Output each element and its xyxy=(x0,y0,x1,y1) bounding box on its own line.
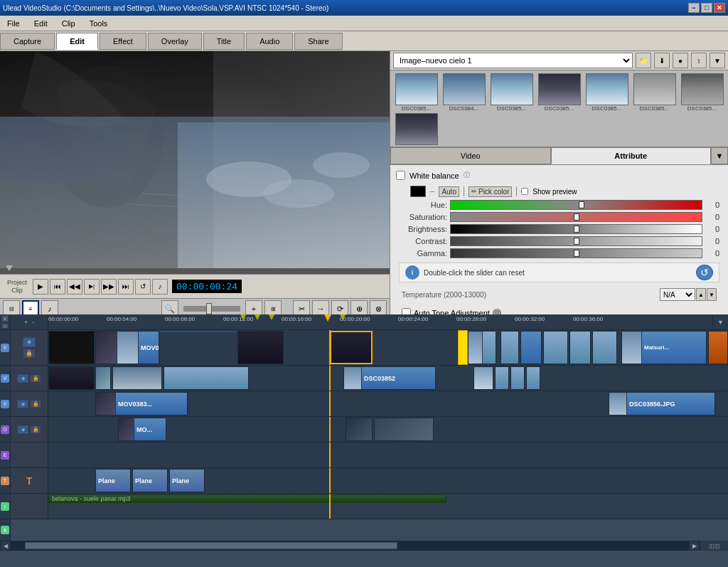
gamma-slider[interactable] xyxy=(450,248,702,258)
stripe-clip-v2[interactable] xyxy=(164,366,249,390)
tab-share[interactable]: Share xyxy=(294,33,342,50)
thumbnail-4[interactable]: DSC0385... xyxy=(584,73,630,112)
thumbnail-7[interactable]: DSC0385... xyxy=(393,113,439,147)
mov0383-clip[interactable]: MOV0383... xyxy=(95,392,188,415)
overlay-clip-3[interactable] xyxy=(374,418,434,441)
go-end-button[interactable]: ⏭ xyxy=(118,279,134,295)
fast-forward-button[interactable]: ▶▶ xyxy=(101,279,117,295)
selected-clip-v1[interactable] xyxy=(330,331,373,364)
title-clip-1[interactable]: Plane xyxy=(95,469,131,492)
dark-clip-v2-0[interactable] xyxy=(48,366,95,390)
go-start-button[interactable]: ⏮ xyxy=(50,279,65,295)
dsc03856-clip[interactable]: DSC03856.JPG xyxy=(609,392,715,415)
video3-mute-btn[interactable]: ◈ xyxy=(17,400,28,408)
contrast-slider[interactable] xyxy=(450,236,702,246)
temperature-dropdown[interactable]: N/A xyxy=(660,288,695,301)
overlay-clip-1[interactable]: MO... xyxy=(118,418,166,441)
tab-video[interactable]: Video xyxy=(390,147,551,164)
tab-edit[interactable]: Edit xyxy=(56,33,98,50)
auto-btn[interactable]: Auto xyxy=(439,186,459,197)
hue-slider[interactable] xyxy=(450,200,702,210)
tab-audio[interactable]: Audio xyxy=(246,33,293,50)
tab-title[interactable]: Title xyxy=(203,33,245,50)
options-expand-btn[interactable]: ▼ xyxy=(711,147,728,164)
thumbnail-6[interactable]: DSC0385... xyxy=(679,73,725,112)
title-clip-3[interactable]: Plane xyxy=(169,469,205,492)
yellow-marker-v1[interactable] xyxy=(458,330,468,365)
tab-capture[interactable]: Capture xyxy=(0,33,55,50)
orange-clip-v1[interactable] xyxy=(708,331,728,364)
reset-button[interactable]: ↺ xyxy=(696,265,713,280)
overlay-lock-btn[interactable]: 🔒 xyxy=(30,425,41,434)
add-track-btn[interactable]: + xyxy=(1,315,9,322)
video3-lock-btn[interactable]: 🔒 xyxy=(30,400,41,408)
overlay-clip-2[interactable] xyxy=(346,418,373,441)
thumb-clip-v2-3[interactable] xyxy=(473,366,493,390)
sort-btn[interactable]: ↕ xyxy=(691,53,707,68)
light-clip1-v1[interactable] xyxy=(468,331,496,364)
video2-lock-btn[interactable]: 🔒 xyxy=(30,374,41,383)
record-btn[interactable]: ● xyxy=(673,53,688,68)
video1-mute-btn[interactable]: ◈ xyxy=(23,337,36,347)
light-clip3-v1[interactable] xyxy=(543,331,568,364)
light-clip2-v1[interactable] xyxy=(500,331,519,364)
open-folder-btn[interactable]: 📁 xyxy=(636,53,651,68)
stripe-clip-v1[interactable] xyxy=(159,331,237,332)
next-frame-button[interactable]: ▶| xyxy=(84,279,100,295)
library-dropdown[interactable]: Image–nuevo cielo 1 xyxy=(393,53,633,68)
saturation-slider[interactable] xyxy=(450,212,702,222)
thumbnail-2[interactable]: DSC0385... xyxy=(488,73,535,112)
audio-clip[interactable]: belanova - suele pasar.mp3 xyxy=(48,494,446,503)
close-button[interactable]: ✕ xyxy=(714,3,725,13)
dark-clip1-v1[interactable] xyxy=(237,331,284,364)
zoom-slider[interactable] xyxy=(183,306,240,312)
remove-track-btn[interactable]: - xyxy=(1,323,9,329)
title-track-T-icon[interactable]: T xyxy=(26,475,33,487)
zoom-out-ruler-btn[interactable]: - xyxy=(31,317,36,327)
thumb-clip-v2-1[interactable] xyxy=(95,366,111,390)
light-clip4-v1[interactable] xyxy=(569,331,591,364)
overlay-mute-btn[interactable]: ◈ xyxy=(17,425,28,434)
light-clip5-v1[interactable] xyxy=(592,331,617,364)
light-clip-v2-5[interactable] xyxy=(510,366,525,390)
temp-down-btn[interactable]: ▼ xyxy=(707,288,717,301)
mov-clip-v1[interactable]: MOV0... xyxy=(95,331,159,364)
zoom-in-ruler-btn[interactable]: + xyxy=(23,317,29,327)
scroll-track[interactable] xyxy=(11,542,688,549)
black-clip-v1[interactable] xyxy=(48,331,95,364)
view-options-btn[interactable]: ▼ xyxy=(710,53,725,68)
video1-lock-btn[interactable]: 🔒 xyxy=(23,349,36,359)
temp-up-btn[interactable]: ▲ xyxy=(696,288,706,301)
color-swatch[interactable] xyxy=(410,186,426,197)
title-clip-2[interactable]: Plane xyxy=(132,469,168,492)
tab-effect[interactable]: Effect xyxy=(100,33,146,50)
brightness-slider[interactable] xyxy=(450,224,702,234)
maximize-button[interactable]: □ xyxy=(701,3,712,13)
blue-clip1-v1[interactable] xyxy=(520,331,542,364)
menu-file[interactable]: File xyxy=(0,18,27,29)
pick-color-btn[interactable]: ✏ Pick color xyxy=(469,186,512,197)
volume-button[interactable]: ♪ xyxy=(152,279,168,295)
play-button[interactable]: ▶ xyxy=(33,279,48,295)
thumbnail-1[interactable]: DSC0384... xyxy=(441,73,487,112)
scroll-thumb[interactable] xyxy=(25,542,397,549)
video2-mute-btn[interactable]: ◈ xyxy=(17,374,28,383)
timeline-settings-btn[interactable]: ▼ xyxy=(712,314,728,329)
light-clip-v2-4[interactable] xyxy=(495,366,509,390)
thumbnail-0[interactable]: DSC0385... xyxy=(393,73,439,112)
menu-clip[interactable]: Clip xyxy=(55,18,82,29)
thumbnail-3[interactable]: DSC0385... xyxy=(536,73,582,112)
matsuri-clip-v1[interactable]: Matsuri... xyxy=(621,331,707,364)
dsc-clip-v2[interactable]: DSC03852 xyxy=(343,366,436,390)
white-balance-checkbox[interactable] xyxy=(396,171,405,180)
tab-attribute[interactable]: Attribute xyxy=(551,147,712,164)
preview-position-bar[interactable] xyxy=(0,268,390,274)
tab-overlay[interactable]: Overlay xyxy=(148,33,202,50)
scroll-left-btn[interactable]: ◀ xyxy=(0,541,11,551)
repeat-button[interactable]: ↺ xyxy=(135,279,151,295)
menu-tools[interactable]: Tools xyxy=(82,18,115,29)
light-clip-v2-6[interactable] xyxy=(526,366,540,390)
show-preview-checkbox[interactable] xyxy=(521,188,528,195)
minimize-button[interactable]: − xyxy=(688,3,700,13)
menu-edit[interactable]: Edit xyxy=(27,18,55,29)
